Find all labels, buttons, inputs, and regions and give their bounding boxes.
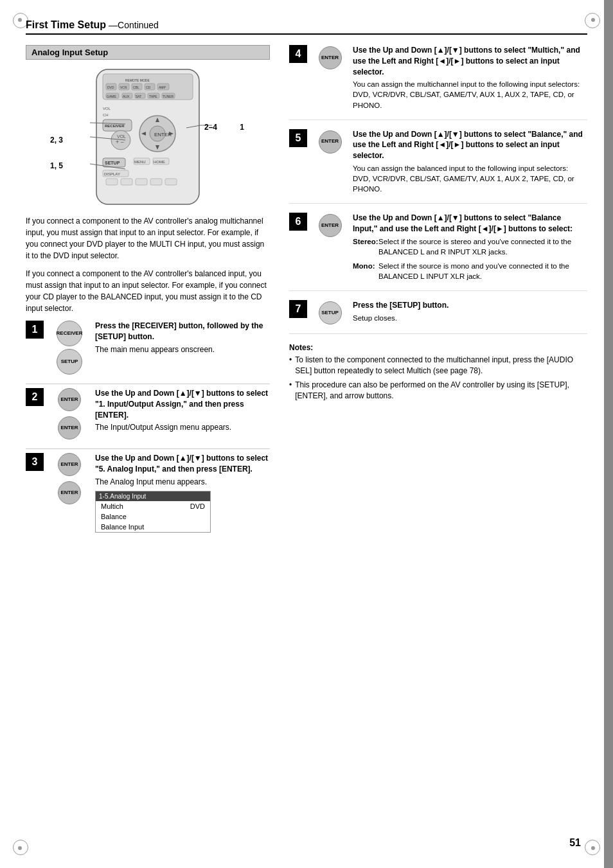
page-number: 51 [569, 837, 581, 849]
svg-text:VCR: VCR [120, 85, 127, 89]
svg-rect-49 [165, 179, 177, 185]
setup-button-icon: SETUP [57, 349, 82, 375]
step-6-content: Use the Up and Down [▲]/[▼] buttons to s… [353, 213, 587, 281]
step-7-number: 7 [289, 300, 307, 318]
note-item-1: • To listen to the component connected t… [289, 355, 587, 376]
enter-button-icon-3a: ENTER [58, 453, 81, 476]
step-3-desc: The Analog Input menu appears. [95, 477, 270, 488]
step-4-content: Use the Up and Down [▲]/[▼] buttons to s… [353, 45, 587, 111]
svg-rect-47 [136, 179, 147, 185]
step-5-desc: You can assign the balanced input to the… [353, 163, 587, 194]
remote-label-1: 1 [240, 123, 244, 132]
step-6: 6 ENTER Use the Up and Down [▲]/[▼] butt… [289, 213, 587, 291]
enter-icon-6: ENTER [319, 214, 342, 237]
remote-label-2-4: 2–4 [204, 123, 217, 132]
step-2-number: 2 [26, 388, 44, 406]
svg-text:CD: CD [146, 85, 151, 89]
left-column: Analog Input Setup REMOTE MODE DVD VCR C… [26, 45, 270, 542]
step-6-desc: Stereo: Select if the source is stereo a… [353, 236, 587, 281]
step-4-number: 4 [289, 45, 307, 63]
step-3-title: Use the Up and Down [▲]/[▼] buttons to s… [95, 453, 270, 475]
note-text-2: This procedure can also be performed on … [295, 380, 587, 402]
step-6-number: 6 [289, 213, 307, 231]
note-bullet-1: • [289, 355, 292, 376]
svg-text:VOL: VOL [103, 107, 111, 111]
right-column: 4 ENTER Use the Up and Down [▲]/[▼] butt… [289, 45, 587, 542]
step-7-title: Press the [SETUP] button. [353, 300, 587, 311]
step-1-title: Press the [RECEIVER] button, followed by… [95, 321, 270, 342]
enter-button-icon-2a: ENTER [58, 388, 81, 411]
svg-rect-46 [121, 179, 132, 185]
svg-rect-45 [106, 179, 118, 185]
svg-text:MENU: MENU [134, 160, 146, 164]
step-2-content: Use the Up and Down [▲]/[▼] buttons to s… [95, 388, 270, 433]
step-7-content: Press the [SETUP] button. Setup closes. [353, 300, 587, 323]
step-3-icons: ENTER ENTER [50, 453, 89, 504]
enter-button-icon-2b: ENTER [58, 416, 81, 439]
step-6-icon: ENTER [312, 213, 348, 237]
menu-item-balance-input: Balance Input [96, 522, 210, 532]
notes-section: Notes: • To listen to the component conn… [289, 343, 587, 401]
svg-text:CH: CH [103, 113, 109, 117]
analog-input-menu: 1-5.Analog Input Multich DVD Balance Bal… [95, 491, 211, 533]
svg-text:AUX: AUX [123, 94, 130, 98]
menu-item-multich: Multich DVD [96, 501, 210, 511]
step-5-content: Use the Up and Down [▲]/[▼] buttons to s… [353, 129, 587, 195]
note-bullet-2: • [289, 380, 292, 402]
svg-text:SETUP: SETUP [105, 161, 120, 165]
step-7: 7 SETUP Press the [SETUP] button. Setup … [289, 300, 587, 334]
step-2-desc: The Input/Output Assign menu appears. [95, 422, 270, 433]
step-3: 3 ENTER ENTER Use the Up and Down [▲]/[▼… [26, 453, 270, 533]
svg-text:VOL: VOL [117, 134, 126, 139]
section-heading: Analog Input Setup [26, 45, 270, 60]
intro-text-2: If you connect a component to the AV con… [26, 268, 270, 314]
note-item-2: • This procedure can also be performed o… [289, 380, 587, 402]
enter-icon-4: ENTER [319, 46, 342, 69]
notes-title: Notes: [289, 343, 587, 352]
note-text-1: To listen to the component connected to … [295, 355, 587, 376]
enter-icon-5: ENTER [319, 130, 342, 154]
remote-label-2-3: 2, 3 [50, 136, 63, 145]
mono-label: Mono: [353, 261, 375, 281]
step-5: 5 ENTER Use the Up and Down [▲]/[▼] butt… [289, 129, 587, 204]
left-steps: 1 RECEIVER SETUP Press the [RECEIVER] bu… [26, 321, 270, 533]
header-subtitle: —Continued [109, 20, 159, 30]
mono-text: Select if the source is mono and you've … [378, 261, 587, 281]
step-4-icon: ENTER [312, 45, 348, 69]
remote-svg: REMOTE MODE DVD VCR CBL CD AMP GAME AUX [39, 66, 257, 208]
svg-text:DISPLAY: DISPLAY [104, 172, 120, 176]
step-2: 2 ENTER ENTER Use the Up and Down [▲]/[▼… [26, 388, 270, 439]
step-5-icon: ENTER [312, 129, 348, 154]
svg-text:AMP: AMP [159, 85, 166, 89]
receiver-button-icon: RECEIVER [57, 321, 82, 346]
setup-icon-7: SETUP [319, 301, 342, 324]
intro-text-1: If you connect a component to the AV con… [26, 215, 270, 261]
step-1: 1 RECEIVER SETUP Press the [RECEIVER] bu… [26, 321, 270, 375]
step-5-title: Use the Up and Down [▲]/[▼] buttons to s… [353, 129, 587, 161]
stereo-label: Stereo: [353, 236, 375, 257]
svg-text:SAT: SAT [136, 94, 141, 98]
step-6-title: Use the Up and Down [▲]/[▼] buttons to s… [353, 213, 587, 235]
svg-text:REMOTE MODE: REMOTE MODE [125, 78, 150, 82]
step-5-number: 5 [289, 129, 307, 147]
svg-text:TAPE: TAPE [149, 94, 157, 98]
svg-text:GAME: GAME [107, 94, 116, 98]
step-3-number: 3 [26, 453, 44, 471]
svg-text:TUNER: TUNER [163, 94, 174, 98]
menu-item-multich-value: DVD [190, 502, 205, 510]
svg-text:CBL: CBL [133, 85, 139, 89]
svg-text:DVD: DVD [107, 85, 114, 89]
menu-item-balance: Balance [96, 511, 210, 522]
enter-button-icon-3b: ENTER [58, 481, 81, 504]
step-4-desc: You can assign the multichannel input to… [353, 79, 587, 110]
stereo-text: Select if the source is stereo and you'v… [378, 236, 587, 257]
remote-label-1-5: 1, 5 [50, 161, 63, 170]
step-7-desc: Setup closes. [353, 313, 587, 323]
step-1-number: 1 [26, 321, 44, 339]
menu-header: 1-5.Analog Input [96, 492, 210, 501]
svg-text:HOME: HOME [154, 160, 165, 164]
svg-rect-48 [150, 179, 162, 185]
svg-text:RECEIVER: RECEIVER [105, 124, 125, 128]
menu-item-multich-label: Multich [101, 502, 123, 510]
step-6-stereo: Stereo: Select if the source is stereo a… [353, 236, 587, 257]
